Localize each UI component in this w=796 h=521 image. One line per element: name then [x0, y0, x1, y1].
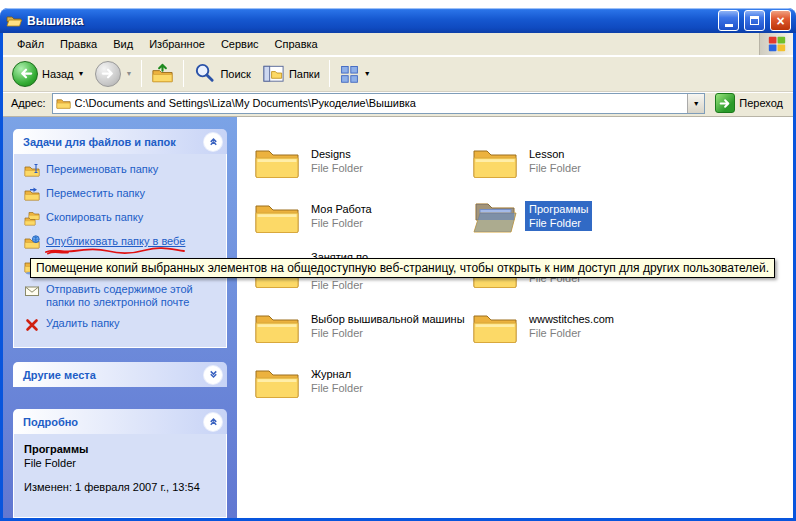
folder-icon	[253, 196, 301, 236]
file-item-8[interactable]: wwwstitches.com File Folder	[471, 298, 689, 353]
file-type-label: File Folder	[311, 278, 467, 292]
delete-folder-icon	[24, 317, 40, 333]
tooltip: Помещение копий выбранных элементов на о…	[30, 258, 775, 278]
back-button[interactable]: Назад ▼	[7, 59, 89, 89]
search-label: Поиск	[220, 68, 250, 80]
menu-item-edit[interactable]: Правка	[52, 34, 105, 54]
views-dropdown-icon[interactable]: ▼	[364, 70, 371, 77]
details-folder-name: Программы	[24, 443, 218, 455]
file-name: Программы	[529, 202, 588, 216]
toolbar: Назад ▼ ▼ Поиск Папки ▼	[3, 56, 793, 92]
file-item-1[interactable]: Designs File Folder	[253, 133, 471, 188]
minimize-icon	[725, 24, 733, 27]
file-type-label: File Folder	[311, 326, 465, 340]
red-underline-mark	[44, 246, 186, 255]
up-folder-icon	[151, 62, 174, 85]
back-dropdown-icon[interactable]: ▼	[78, 70, 85, 77]
folder-icon	[471, 141, 519, 181]
maximize-icon	[750, 16, 759, 25]
go-button[interactable]: Переход	[711, 93, 787, 113]
file-item-4[interactable]: Программы File Folder	[471, 188, 689, 243]
open-folder-selected-icon	[471, 196, 519, 236]
move-folder-icon	[24, 187, 40, 203]
file-name: Выбор вышивальной машины	[311, 312, 465, 326]
chevron-up-icon[interactable]	[204, 413, 222, 431]
file-list-area[interactable]: Designs File Folder Lesson File Folder М…	[237, 117, 793, 518]
other-places-title: Другие места	[23, 369, 96, 381]
task-copy-folder[interactable]: Скопировать папку	[24, 211, 222, 227]
folder-icon	[253, 306, 301, 346]
up-button[interactable]	[146, 60, 179, 87]
views-button[interactable]: ▼	[334, 61, 376, 86]
back-arrow-icon	[12, 61, 38, 87]
details-folder-type: File Folder	[24, 457, 218, 469]
task-label-publish-folder: Опубликовать папку в вебе	[46, 235, 185, 248]
maximize-button[interactable]	[744, 10, 765, 31]
task-delete-folder[interactable]: Удалить папку	[24, 317, 222, 333]
details-header[interactable]: Подробно	[13, 409, 227, 434]
menu-item-file[interactable]: Файл	[9, 34, 52, 54]
task-email-folder[interactable]: Отправить содержимое этой папки по элект…	[24, 283, 222, 309]
file-name: wwwstitches.com	[529, 312, 614, 326]
task-move-folder[interactable]: Переместить папку	[24, 187, 222, 203]
address-folder-icon	[56, 96, 71, 111]
addressbar: Адрес: C:\Documents and Settings\Liza\My…	[3, 92, 793, 117]
file-item-2[interactable]: Lesson File Folder	[471, 133, 689, 188]
menu-item-view[interactable]: Вид	[105, 34, 141, 54]
email-folder-icon	[24, 283, 40, 299]
menu-items: ФайлПравкаВидИзбранноеСервисСправка	[9, 34, 326, 54]
chevron-up-icon[interactable]	[204, 133, 222, 151]
forward-button[interactable]: ▼	[90, 59, 137, 89]
go-label: Переход	[739, 97, 783, 109]
toolbar-separator	[183, 60, 184, 87]
titlebar[interactable]: Вышивка ×	[0, 8, 796, 33]
task-label-copy-folder: Скопировать папку	[46, 211, 143, 224]
publish-folder-icon	[24, 235, 40, 251]
folders-button[interactable]: Папки	[257, 60, 325, 87]
details-pane: Подробно Программы File Folder Изменен: …	[13, 409, 227, 518]
file-item-9[interactable]: Журнал File Folder	[253, 353, 471, 408]
forward-arrow-icon	[95, 61, 121, 87]
folders-label: Папки	[289, 68, 320, 80]
file-name: Журнал	[311, 367, 363, 381]
windows-logo-icon	[759, 33, 793, 55]
tasks-pane-header[interactable]: Задачи для файлов и папок	[13, 129, 227, 154]
folder-icon	[471, 306, 519, 346]
search-icon	[193, 62, 216, 85]
chevron-down-icon[interactable]	[204, 366, 222, 384]
explorer-window: Вышивка × ФайлПравкаВидИзбранноеСервисСп…	[0, 8, 796, 521]
file-name: Lesson	[529, 147, 581, 161]
other-places-header[interactable]: Другие места	[13, 362, 227, 387]
file-folder-tasks-pane: Задачи для файлов и папок Переименовать …	[13, 129, 227, 348]
task-publish-folder[interactable]: Опубликовать папку в вебе	[24, 235, 222, 251]
file-item-7[interactable]: Выбор вышивальной машины File Folder	[253, 298, 471, 353]
task-rename-folder[interactable]: Переименовать папку	[24, 163, 222, 179]
file-item-3[interactable]: Моя Работа File Folder	[253, 188, 471, 243]
address-input[interactable]: C:\Documents and Settings\Liza\My Docume…	[52, 93, 706, 114]
search-button[interactable]: Поиск	[188, 60, 255, 87]
toolbar-separator	[141, 60, 142, 87]
address-dropdown-button[interactable]: ▼	[687, 94, 704, 113]
minimize-button[interactable]	[718, 10, 739, 31]
close-button[interactable]: ×	[770, 10, 791, 31]
details-title: Подробно	[23, 416, 78, 428]
details-modified: Изменен: 1 февраля 2007 г., 13:54	[24, 481, 218, 493]
file-type-label: File Folder	[311, 381, 363, 395]
forward-dropdown-icon: ▼	[125, 70, 132, 77]
menubar: ФайлПравкаВидИзбранноеСервисСправка	[3, 33, 793, 56]
file-name: Моя Работа	[311, 202, 372, 216]
go-arrow-icon	[715, 93, 735, 113]
close-icon: ×	[776, 14, 784, 28]
menu-item-help[interactable]: Справка	[267, 34, 326, 54]
task-label-move-folder: Переместить папку	[46, 187, 145, 200]
other-places-pane: Другие места	[13, 362, 227, 387]
tasks-pane-title: Задачи для файлов и папок	[23, 136, 176, 148]
address-dropdown-icon: ▼	[693, 100, 700, 107]
file-name: Designs	[311, 147, 363, 161]
task-label-delete-folder: Удалить папку	[46, 317, 120, 330]
details-body: Программы File Folder Изменен: 1 февраля…	[13, 434, 227, 518]
menu-item-tools[interactable]: Сервис	[213, 34, 267, 54]
window-title: Вышивка	[27, 14, 713, 28]
address-path: C:\Documents and Settings\Liza\My Docume…	[75, 97, 684, 109]
menu-item-favorites[interactable]: Избранное	[141, 34, 213, 54]
